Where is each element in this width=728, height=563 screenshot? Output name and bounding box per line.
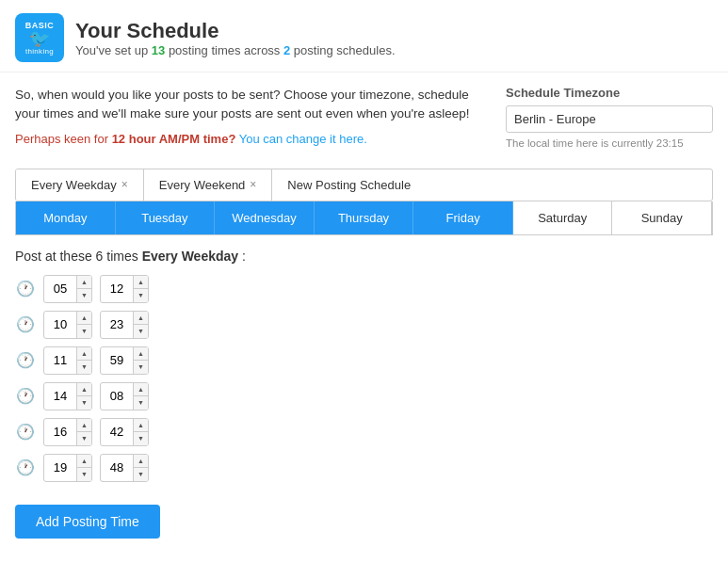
minute-up-2[interactable]: ▲ [134, 312, 148, 326]
minute-arrows-5: ▲ ▼ [133, 419, 148, 445]
day-tuesday[interactable]: Tuesday [116, 201, 216, 234]
page-header: BASIC 🐦 thinking Your Schedule You've se… [0, 0, 728, 72]
header-title-block: Your Schedule You've set up 13 posting t… [75, 19, 396, 57]
time-row-4: 🕐 ▲ ▼ ▲ ▼ [15, 382, 713, 410]
minute-spinner-4[interactable]: ▲ ▼ [100, 382, 149, 410]
hour-up-5[interactable]: ▲ [77, 419, 91, 433]
hour-input-3[interactable] [44, 349, 76, 371]
hour-arrows-5: ▲ ▼ [76, 419, 91, 445]
hour-spinner-2[interactable]: ▲ ▼ [43, 311, 92, 339]
minute-down-3[interactable]: ▼ [134, 361, 148, 374]
hour-up-1[interactable]: ▲ [77, 276, 91, 290]
tabs-section: Every Weekday × Every Weekend × New Post… [0, 169, 728, 235]
minute-up-4[interactable]: ▲ [134, 383, 148, 397]
clock-icon-2: 🕐 [15, 314, 36, 335]
minute-input-2[interactable] [101, 314, 133, 335]
left-panel: So, when would you like your posts to be… [15, 86, 487, 159]
minute-arrows-6: ▲ ▼ [133, 455, 148, 481]
clock-icon-3: 🕐 [15, 350, 36, 371]
hour-spinner-1[interactable]: ▲ ▼ [43, 275, 92, 303]
tab-every-weekday[interactable]: Every Weekday × [16, 169, 144, 201]
hour-input-2[interactable] [44, 314, 76, 335]
minute-spinner-5[interactable]: ▲ ▼ [100, 418, 149, 446]
hour-input-1[interactable] [44, 278, 76, 299]
minute-down-5[interactable]: ▼ [134, 432, 148, 445]
hour-arrows-6: ▲ ▼ [76, 455, 91, 481]
change-time-link[interactable]: You can change it here. [239, 132, 367, 146]
minute-spinner-1[interactable]: ▲ ▼ [100, 275, 149, 303]
hour-up-6[interactable]: ▲ [77, 455, 91, 469]
time-row-1: 🕐 ▲ ▼ ▲ ▼ [15, 275, 713, 303]
logo-thinking-text: thinking [25, 47, 54, 56]
hour-spinner-6[interactable]: ▲ ▼ [43, 454, 92, 482]
day-monday[interactable]: Monday [16, 201, 116, 234]
clock-icon-6: 🕐 [15, 458, 36, 478]
hour-arrows-1: ▲ ▼ [76, 276, 91, 302]
minute-input-5[interactable] [101, 421, 133, 442]
hour-down-4[interactable]: ▼ [77, 396, 91, 410]
hour-input-4[interactable] [44, 385, 76, 407]
day-friday[interactable]: Friday [413, 201, 513, 234]
minute-input-4[interactable] [101, 385, 133, 407]
minute-up-3[interactable]: ▲ [134, 347, 148, 362]
hour-up-2[interactable]: ▲ [77, 312, 91, 326]
day-thursday[interactable]: Thursday [315, 201, 414, 234]
schedule-pre-text: Post at these 6 times [15, 249, 142, 264]
clock-icon-4: 🕐 [15, 386, 36, 407]
hour-down-1[interactable]: ▼ [77, 289, 91, 302]
minute-down-6[interactable]: ▼ [134, 468, 148, 481]
add-posting-time-button[interactable]: Add Posting Time [15, 505, 160, 539]
hour-up-4[interactable]: ▲ [77, 383, 91, 397]
day-wednesday[interactable]: Wednesday [215, 201, 315, 234]
hour-arrows-3: ▲ ▼ [76, 347, 91, 374]
hour-down-3[interactable]: ▼ [77, 361, 91, 374]
minute-down-4[interactable]: ▼ [134, 396, 148, 410]
minute-down-2[interactable]: ▼ [134, 325, 148, 338]
posting-times-count: 13 [152, 43, 165, 57]
app-logo: BASIC 🐦 thinking [15, 13, 64, 62]
schedule-title: Post at these 6 times Every Weekday : [15, 249, 713, 264]
tab-weekend-close[interactable]: × [250, 178, 256, 191]
time-row-6: 🕐 ▲ ▼ ▲ ▼ [15, 454, 713, 482]
hour-down-6[interactable]: ▼ [77, 468, 91, 481]
hour-up-3[interactable]: ▲ [77, 347, 91, 362]
schedule-highlight: Every Weekday [142, 249, 238, 264]
timezone-input[interactable] [506, 105, 713, 133]
clock-icon-5: 🕐 [15, 422, 36, 442]
minute-up-1[interactable]: ▲ [134, 276, 148, 290]
tab-new-posting-schedule[interactable]: New Posting Schedule [272, 169, 426, 201]
hour-down-2[interactable]: ▼ [77, 325, 91, 338]
minute-spinner-3[interactable]: ▲ ▼ [100, 346, 149, 375]
logo-basic-text: BASIC [25, 21, 55, 30]
minute-arrows-4: ▲ ▼ [133, 383, 148, 410]
timezone-label: Schedule Timezone [506, 86, 713, 100]
minute-up-6[interactable]: ▲ [134, 455, 148, 469]
minute-up-5[interactable]: ▲ [134, 419, 148, 433]
time-row-3: 🕐 ▲ ▼ ▲ ▼ [15, 346, 713, 375]
hour-spinner-4[interactable]: ▲ ▼ [43, 382, 92, 410]
tab-weekday-close[interactable]: × [121, 178, 128, 191]
minute-spinner-6[interactable]: ▲ ▼ [100, 454, 149, 482]
tab-weekday-label: Every Weekday [31, 178, 117, 192]
minute-spinner-2[interactable]: ▲ ▼ [100, 311, 149, 339]
hour-input-6[interactable] [44, 457, 76, 478]
tab-every-weekend[interactable]: Every Weekend × [144, 169, 273, 201]
minute-arrows-2: ▲ ▼ [133, 312, 148, 338]
page-title: Your Schedule [75, 19, 396, 43]
hour-spinner-5[interactable]: ▲ ▼ [43, 418, 92, 446]
minute-input-1[interactable] [101, 278, 133, 299]
day-saturday[interactable]: Saturday [513, 201, 613, 234]
tab-new-label: New Posting Schedule [287, 178, 411, 192]
minute-arrows-3: ▲ ▼ [133, 347, 148, 374]
minute-down-1[interactable]: ▼ [134, 289, 148, 302]
hour-input-5[interactable] [44, 421, 76, 442]
hour-spinner-3[interactable]: ▲ ▼ [43, 346, 92, 375]
minute-input-6[interactable] [101, 457, 133, 478]
minute-input-3[interactable] [101, 349, 133, 371]
main-content: So, when would you like your posts to be… [0, 72, 728, 159]
schedule-section: Post at these 6 times Every Weekday : 🕐 … [0, 235, 728, 482]
day-sunday[interactable]: Sunday [612, 201, 712, 234]
right-panel: Schedule Timezone The local time here is… [506, 86, 713, 159]
hour-down-5[interactable]: ▼ [77, 432, 91, 445]
keen-text: Perhaps keen for 12 hour AM/PM time? You… [15, 132, 487, 146]
